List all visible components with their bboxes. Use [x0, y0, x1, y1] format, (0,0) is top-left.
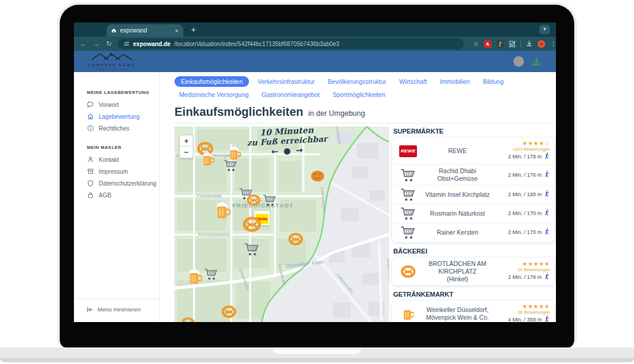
walking-distance: 2 Min. / 170 m	[494, 209, 550, 219]
new-tab-button[interactable]: +	[191, 25, 196, 34]
store-row[interactable]: Rainer Kersten2 Min. / 170 m	[392, 223, 555, 242]
tab-medizinische-versorgung[interactable]: Medizinische Versorgung	[174, 89, 253, 100]
url-domain: expowand.de	[133, 41, 170, 47]
sidebar-item-vorwort[interactable]: Vorwort	[74, 99, 159, 110]
browser-menu-icon[interactable]: ⋮	[550, 40, 556, 48]
store-name: Weinkeller Düsseldorf,Mövenpick Wein & C…	[420, 306, 494, 321]
tab-einkaufsmoeglichkeiten[interactable]: Einkaufsmöglichkeiten	[174, 76, 249, 87]
zoom-out-button[interactable]: −	[180, 147, 193, 158]
back-icon[interactable]: ←	[80, 40, 87, 48]
store-meta: ★★★★★★36 Bewertungen4 Min. / 358 m	[494, 303, 550, 322]
title-divider	[174, 123, 556, 124]
section-title: SUPERMÄRKTE	[393, 128, 555, 135]
browser-profile-avatar[interactable]	[538, 40, 545, 48]
shopping-cart-icon	[400, 226, 416, 239]
minimize-menu-button[interactable]: Menü minimieren	[74, 298, 159, 322]
sidebar-item-rechtliches[interactable]: Rechtliches	[74, 122, 159, 134]
store-icon	[396, 168, 420, 182]
tab-bevoelkerungsstruktur[interactable]: Bevölkerungsstruktur	[323, 76, 391, 87]
reload-icon[interactable]: ↻	[106, 40, 112, 48]
map-marker-beer-icon[interactable]	[188, 269, 202, 288]
tab-verkehrsinfrastruktur[interactable]: Verkehrsinfrastruktur	[253, 76, 319, 87]
store-row[interactable]: BROTLÄDCHEN AM KIRCHPLATZ(Hinkel)★★★★★★2…	[392, 258, 555, 285]
fonts-extension-icon[interactable]: ƒ	[496, 40, 504, 48]
pretzel-icon	[247, 194, 261, 206]
map-marker-beer-icon[interactable]	[202, 152, 215, 169]
url-bar[interactable]: expowand.de/locationValuation/index/542f…	[118, 38, 464, 49]
logo-slogan: Slogan Goes here	[83, 67, 140, 71]
pretzel-icon	[400, 265, 416, 278]
sidebar-item-label: Kontakt	[99, 157, 119, 163]
map[interactable]: + − 10 Minuten zu Fuß erreichbar ← ● → g…	[174, 126, 389, 322]
shopping-cart-icon	[400, 207, 416, 220]
map-marker-cart-icon[interactable]	[263, 194, 277, 209]
distance-text: 4 Min. / 358 m	[508, 316, 542, 322]
store-meta: 2 Min. / 170 m	[494, 228, 550, 238]
browser-tab[interactable]: expowand ×	[106, 24, 183, 37]
forward-icon[interactable]: →	[93, 40, 100, 48]
walking-distance: 2 Min. / 178 m	[494, 152, 550, 162]
user-avatar[interactable]	[513, 56, 524, 67]
walking-person-icon	[544, 190, 550, 197]
shopping-cart-icon	[224, 160, 238, 172]
walking-person-icon	[544, 209, 550, 216]
map-marker-pretzel-icon[interactable]	[247, 194, 261, 208]
sidebar-item-agb[interactable]: AGB	[74, 189, 159, 201]
review-count: 20 Bewertungen	[494, 267, 550, 272]
tab-sportmoeglichkeiten[interactable]: Sportmöglichkeiten	[328, 89, 390, 100]
star-rating: ★★★★★★	[494, 303, 550, 310]
sidebar-item-datenschutz[interactable]: Datenschutzerklärung	[74, 177, 159, 189]
page-title: Einkaufsmöglichkeiten	[174, 105, 303, 118]
map-marker-cart-icon[interactable]	[204, 268, 218, 283]
minimize-menu-label: Menü minimieren	[98, 306, 141, 313]
main-content: Einkaufsmöglichkeiten Verkehrsinfrastruk…	[160, 72, 556, 322]
map-marker-cart-icon[interactable]	[244, 242, 260, 258]
downloads-icon[interactable]	[526, 40, 533, 47]
rewe-logo: REWE	[399, 145, 417, 157]
sidebar-item-label: Lagebewertung	[99, 113, 140, 120]
tab-search-chevron-icon[interactable]: ▾	[539, 25, 550, 34]
zoom-in-button[interactable]: +	[180, 135, 193, 147]
star-full-icons: ★★★★	[522, 303, 545, 310]
section-card: BROTLÄDCHEN AM KIRCHPLATZ(Hinkel)★★★★★★2…	[392, 258, 555, 285]
store-row[interactable]: Vitamin Insel Kirchplatz2 Min. / 190 m	[392, 185, 555, 204]
store-icon	[396, 226, 420, 239]
cookie-icon	[310, 170, 325, 183]
map-marker-cart-icon[interactable]	[224, 160, 238, 174]
store-icon: REWE	[396, 145, 420, 157]
store-row[interactable]: Weinkeller Düsseldorf,Mövenpick Wein & C…	[392, 301, 555, 322]
tab-gastronomieangebot[interactable]: Gastronomieangebot	[257, 89, 324, 100]
browser-toolbar: ← → ↻ expowand.de/locationValuation/inde…	[74, 37, 556, 51]
map-marker-beer-icon[interactable]	[215, 202, 231, 222]
map-marker-pretzel-icon[interactable]	[181, 317, 195, 322]
pdf-extension-icon[interactable]: A	[484, 40, 491, 48]
browser-tabstrip: expowand × + ▾	[74, 22, 556, 37]
tab-wirtschaft[interactable]: Wirtschaft	[394, 76, 432, 87]
extensions-puzzle-icon[interactable]	[509, 40, 516, 47]
sidebar-item-impressum[interactable]: Impressum	[74, 165, 159, 177]
home-icon	[87, 113, 94, 120]
map-marker-pretzel-icon[interactable]	[221, 305, 237, 320]
sidebar-item-lagebewertung[interactable]: Lagebewertung	[74, 110, 159, 122]
star-full-icons: ★★★★	[522, 261, 545, 267]
store-row[interactable]: REWEREWE★★★★☆1023 Bewertungen2 Min. / 17…	[392, 138, 555, 164]
download-report-icon[interactable]	[531, 56, 542, 67]
section-title: BÄCKEREI	[393, 248, 555, 255]
store-name: Rachid Dhabi Obst+Gemüse	[420, 167, 494, 183]
shield-icon	[87, 180, 94, 187]
beer-mug-icon	[188, 269, 202, 285]
map-marker-cookie-icon[interactable]	[310, 170, 325, 185]
street-label: Kirchfeldstraße	[198, 232, 230, 237]
map-marker-pretzel-icon[interactable]	[288, 232, 303, 248]
sidebar-item-kontakt[interactable]: Kontakt	[74, 154, 159, 165]
tab-bildung[interactable]: Bildung	[478, 76, 508, 87]
store-row[interactable]: Rosmarin Naturkost2 Min. / 170 m	[392, 204, 555, 223]
tab-close-icon[interactable]: ×	[175, 27, 179, 34]
tab-immobilien[interactable]: Immobilien	[435, 76, 475, 87]
map-marker-pretzel-icon[interactable]	[242, 216, 261, 235]
walking-person-icon	[544, 228, 550, 235]
bookmark-star-icon[interactable]: ☆	[473, 40, 479, 48]
store-row[interactable]: Rachid Dhabi Obst+Gemüse2 Min. / 176 m	[392, 164, 555, 185]
company-logo: COMPANY NAME Slogan Goes here	[83, 52, 140, 71]
store-name: Rainer Kersten	[420, 229, 494, 236]
